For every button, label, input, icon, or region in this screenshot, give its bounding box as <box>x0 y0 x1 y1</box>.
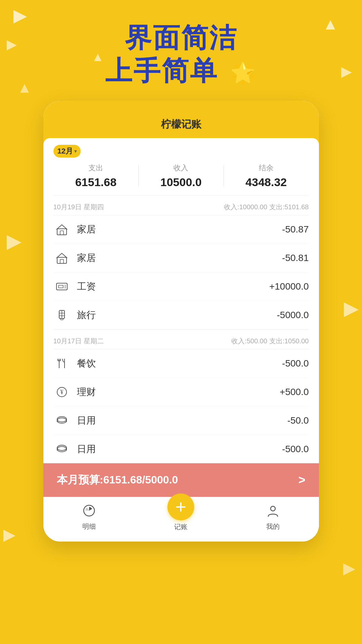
date-summary: 收入:10000.00 支出:5101.68 <box>224 203 309 212</box>
transaction-item[interactable]: 日用 -500.0 <box>53 435 309 463</box>
income-value: 10500.0 <box>138 176 224 189</box>
svg-point-43 <box>271 506 275 511</box>
income-label: 收入 <box>138 163 224 173</box>
tx-icon-travel <box>53 308 70 322</box>
budget-arrow-icon: > <box>298 473 305 487</box>
transactions-area: 10月19日 星期四 收入:10000.00 支出:5101.68 家居 -50… <box>43 196 319 463</box>
header-line1: 界面简洁 <box>0 20 362 56</box>
expense-stat: 支出 6151.68 <box>53 163 138 189</box>
tx-name: 日用 <box>77 443 282 456</box>
tx-amount: -500.0 <box>282 444 309 455</box>
date-summary: 收入:500.00 支出:1050.00 <box>231 337 309 346</box>
tx-amount: +10000.0 <box>269 281 309 292</box>
svg-rect-23 <box>61 318 63 320</box>
svg-rect-10 <box>57 229 67 235</box>
tx-name: 旅行 <box>77 309 277 321</box>
month-arrow-icon: ▾ <box>74 148 77 154</box>
svg-point-36 <box>57 446 67 452</box>
tx-name: 餐饮 <box>77 357 282 370</box>
transaction-item[interactable]: 餐饮 -500.0 <box>53 349 309 378</box>
transaction-item[interactable]: 工资 +10000.0 <box>53 272 309 301</box>
svg-marker-7 <box>3 530 15 542</box>
tx-name: 家居 <box>77 223 282 236</box>
phone-mockup: 柠檬记账 12月 ▾ 支出 6151.68 收入 10500.0 结余 4348… <box>43 101 319 542</box>
tx-name: 家居 <box>77 252 282 264</box>
svg-rect-11 <box>60 231 64 235</box>
expense-label: 支出 <box>53 163 138 173</box>
detail-label: 明细 <box>82 522 96 531</box>
income-stat: 收入 10500.0 <box>138 163 224 189</box>
tx-icon-food <box>53 357 70 370</box>
tx-amount: -50.81 <box>282 253 309 263</box>
star-icon: 🌟 <box>230 61 257 85</box>
tx-name: 日用 <box>77 414 287 427</box>
svg-marker-6 <box>344 302 359 317</box>
svg-rect-12 <box>57 257 67 263</box>
detail-icon <box>83 504 95 520</box>
transaction-item[interactable]: 旅行 -5000.0 <box>53 301 309 330</box>
balance-stat: 结余 4348.32 <box>224 163 309 189</box>
tx-icon-finance: ¥ <box>53 385 70 399</box>
tx-amount: +500.0 <box>280 387 309 397</box>
svg-rect-15 <box>58 285 63 288</box>
svg-point-33 <box>57 417 67 422</box>
app-title: 柠檬记账 <box>53 111 309 138</box>
transaction-item[interactable]: 日用 -50.0 <box>53 406 309 435</box>
nav-item-record[interactable]: 记账 <box>135 504 227 531</box>
stats-row: 支出 6151.68 收入 10500.0 结余 4348.32 <box>53 163 309 196</box>
tx-name: 工资 <box>77 280 269 293</box>
svg-rect-13 <box>60 259 64 263</box>
svg-marker-8 <box>343 563 355 575</box>
phone-top: 柠檬记账 12月 ▾ 支出 6151.68 收入 10500.0 结余 4348… <box>43 101 319 196</box>
balance-label: 结余 <box>224 163 309 173</box>
balance-value: 4348.32 <box>224 176 309 189</box>
nav-item-detail[interactable]: 明细 <box>43 504 135 531</box>
tx-icon-daily <box>53 414 70 427</box>
transaction-item[interactable]: ¥ 理财 +500.0 <box>53 378 309 406</box>
summary-card: 12月 ▾ 支出 6151.68 收入 10500.0 结余 4348.32 <box>43 138 319 196</box>
header-area: 界面简洁 上手简单 🌟 <box>0 20 362 89</box>
month-selector[interactable]: 12月 ▾ <box>53 145 81 158</box>
tx-icon-home <box>53 251 70 265</box>
tx-icon-salary <box>53 280 70 293</box>
bottom-nav: 明细 记账 我的 <box>43 497 319 542</box>
tx-icon-daily <box>53 442 70 456</box>
date-header: 10月17日 星期二 收入:500.00 支出:1050.00 <box>53 330 309 349</box>
tx-name: 理财 <box>77 386 280 398</box>
svg-point-37 <box>57 445 67 450</box>
svg-marker-5 <box>7 235 22 250</box>
transaction-item[interactable]: 家居 -50.81 <box>53 244 309 272</box>
nav-item-mine[interactable]: 我的 <box>227 504 319 531</box>
date-header: 10月19日 星期四 收入:10000.00 支出:5101.68 <box>53 196 309 215</box>
budget-bar[interactable]: 本月预算:6151.68/5000.0 > <box>43 463 319 497</box>
record-label: 记账 <box>174 522 188 531</box>
tx-amount: -5000.0 <box>277 310 309 320</box>
mine-icon <box>267 504 279 520</box>
svg-point-32 <box>57 418 67 423</box>
transaction-item[interactable]: 家居 -50.87 <box>53 215 309 244</box>
tx-icon-home <box>53 223 70 236</box>
tx-amount: -50.87 <box>282 224 309 235</box>
tx-amount: -500.0 <box>282 358 309 369</box>
add-record-button[interactable] <box>167 493 194 520</box>
expense-value: 6151.68 <box>53 176 138 189</box>
date-label: 10月17日 星期二 <box>53 337 104 346</box>
svg-text:¥: ¥ <box>60 389 63 395</box>
budget-text: 本月预算:6151.68/5000.0 <box>57 473 178 487</box>
tx-amount: -50.0 <box>287 415 309 426</box>
mine-label: 我的 <box>266 522 280 531</box>
header-line2: 上手简单 🌟 <box>0 53 362 89</box>
date-label: 10月19日 星期四 <box>53 203 104 212</box>
